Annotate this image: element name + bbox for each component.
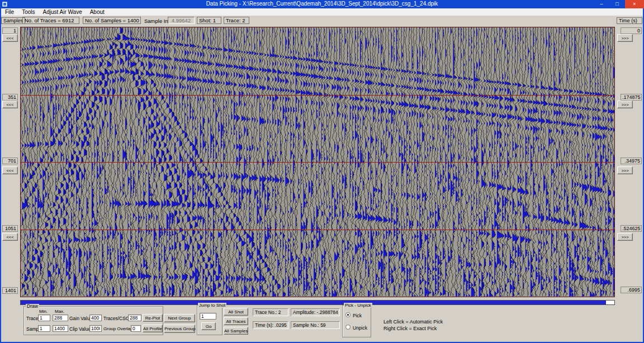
window-title: Data Picking - X:\Research_Current\Qadem… <box>0 1 644 7</box>
samples-min-input[interactable] <box>38 325 50 332</box>
right-axis-label: .524625 <box>621 225 642 232</box>
min-header: Min. <box>39 309 48 315</box>
minimize-button[interactable]: – <box>594 0 609 8</box>
scroll-left-button-3[interactable]: <<< <box>2 166 18 174</box>
unpick-radio-label: Unpick <box>353 325 367 331</box>
hint-exact-pick: Right Click = Exact Pick <box>383 326 437 331</box>
draw-group-title: Draw <box>26 304 39 309</box>
group-overlap-input[interactable] <box>131 325 141 332</box>
group-overlap-label: Group Overlap <box>103 326 132 332</box>
jump-shot-input[interactable] <box>200 313 216 320</box>
all-samples-button[interactable]: All Samples <box>224 327 248 335</box>
window: Data Picking - X:\Research_Current\Qadem… <box>0 0 644 343</box>
right-axis-label: .174875 <box>621 94 642 101</box>
amplitude-status: Amplitude: -.2988784 <box>291 308 340 316</box>
menu-item-tools[interactable]: Tools <box>18 8 39 16</box>
samples-axis-header: Samples <box>1 17 25 24</box>
traces-count-box: No. of Traces = 6912 <box>22 17 79 24</box>
left-axis-label: 1401 <box>2 287 18 294</box>
left-axis-label: 1 <box>2 27 18 34</box>
hint-automatic-pick: Left Click = Automatic Pick <box>383 319 443 325</box>
jump-to-shot-title: Jump to Shot <box>198 303 226 308</box>
right-axis-label: .34975 <box>621 158 642 164</box>
time-status: Time (s): .0295 <box>253 321 288 329</box>
go-button[interactable]: Go <box>201 322 216 330</box>
all-traces-button[interactable]: All Traces <box>224 317 248 325</box>
right-axis-label: .6995 <box>621 287 642 293</box>
shot-box: Shot: 1 <box>197 17 221 24</box>
left-axis-label: 701 <box>2 158 18 164</box>
replot-button[interactable]: Re-Plot <box>143 314 163 322</box>
clip-value-input[interactable] <box>89 325 102 332</box>
traces-csg-label: Traces/CSG <box>103 316 129 321</box>
scroll-right-button-2[interactable]: >>> <box>617 101 633 108</box>
menu-item-adjust-air-wave[interactable]: Adjust Air Wave <box>39 8 86 16</box>
all-shot-button[interactable]: All Shot <box>224 308 248 316</box>
menu-item-file[interactable]: File <box>1 8 18 16</box>
scroll-left-button-1[interactable]: <<< <box>2 34 18 42</box>
close-button[interactable]: × <box>625 0 644 8</box>
maximize-button[interactable]: □ <box>609 0 625 8</box>
pick-radio[interactable] <box>345 312 351 317</box>
title-bar: Data Picking - X:\Research_Current\Qadem… <box>0 0 644 8</box>
time-axis-header: Time (s) <box>617 17 642 24</box>
samples-count-box: No. of Samples = 1400 <box>83 17 141 24</box>
scroll-left-button-2[interactable]: <<< <box>2 101 18 108</box>
pick-unpick-group <box>342 305 371 337</box>
samples-max-input[interactable] <box>53 325 68 332</box>
window-content: File Tools Adjust Air Wave About Samples… <box>1 8 643 342</box>
unpick-radio[interactable] <box>345 325 351 330</box>
right-axis-label: 0 <box>621 27 642 34</box>
scrollbar-fill <box>21 301 606 304</box>
trace-box: Trace: 2 <box>224 17 249 24</box>
left-axis-label: 351 <box>2 94 18 101</box>
previous-group-button[interactable]: Previous Group <box>164 325 195 333</box>
sample-interval-field[interactable]: 4.99642 <box>168 17 195 24</box>
scroll-right-button-3[interactable]: >>> <box>617 166 633 174</box>
max-header: Max. <box>55 309 64 315</box>
scroll-left-button-4[interactable]: <<< <box>2 233 18 241</box>
jump-to-shot-group <box>197 305 222 335</box>
traces-min-input[interactable] <box>38 315 50 321</box>
scroll-right-button-4[interactable]: >>> <box>617 233 633 241</box>
clip-value-label: Clip Value <box>69 326 91 332</box>
next-group-button[interactable]: Next Group <box>164 314 195 322</box>
gain-value-input[interactable] <box>89 315 102 321</box>
seismic-display[interactable] <box>21 27 614 297</box>
pick-unpick-title: Pick - Unpick <box>344 303 372 308</box>
sample-no-status: Sample No.: 59 <box>291 321 340 329</box>
traces-max-input[interactable] <box>53 315 68 321</box>
left-axis-label: 1051 <box>2 225 18 232</box>
traces-csg-input[interactable] <box>128 315 141 321</box>
scroll-right-button-1[interactable]: >>> <box>617 34 633 42</box>
seismic-plot-frame <box>20 27 615 297</box>
trace-no-status: Trace No.: 2 <box>253 308 288 316</box>
all-profile-button[interactable]: All Profile <box>143 325 163 332</box>
pick-radio-label: Pick <box>353 313 362 318</box>
trace-scrollbar[interactable] <box>20 300 615 305</box>
menu-item-about[interactable]: About <box>86 8 108 16</box>
menu-bar: File Tools Adjust Air Wave About <box>1 8 643 16</box>
